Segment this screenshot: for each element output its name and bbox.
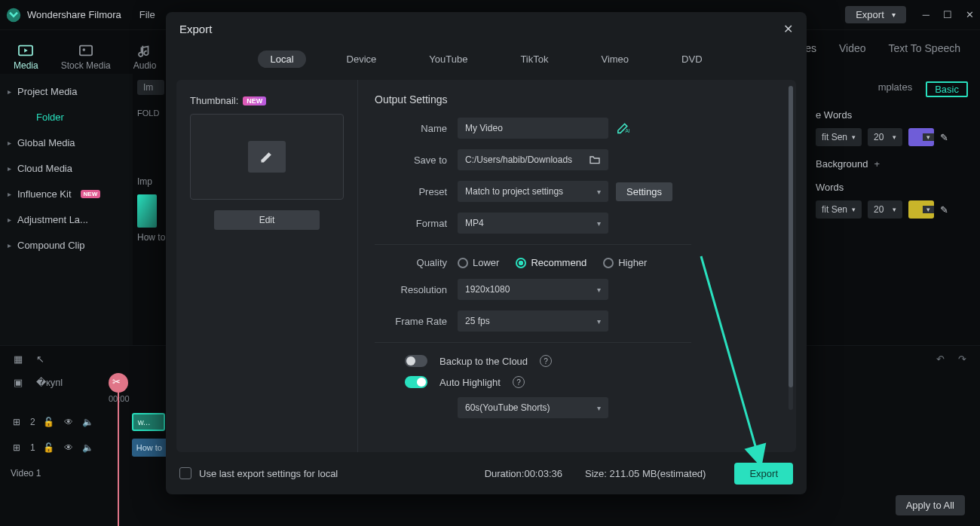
- eye-icon[interactable]: 👁: [63, 442, 75, 453]
- help-icon[interactable]: ?: [540, 355, 552, 367]
- menu-file[interactable]: File: [139, 9, 155, 20]
- backup-cloud-label: Backup to the Cloud: [439, 356, 528, 367]
- preset-label: Preset: [375, 186, 458, 197]
- font-select-2[interactable]: fit Sen▾: [816, 200, 862, 219]
- nav-stock-media[interactable]: Stock Media: [61, 44, 111, 71]
- quality-lower-radio[interactable]: Lower: [458, 257, 499, 268]
- color-swatch-1[interactable]: ▾: [908, 128, 934, 146]
- size-select-1[interactable]: 20▾: [868, 128, 902, 146]
- chevron-down-icon: ▾: [892, 11, 896, 19]
- export-dialog: Export ✕ Local Device YouTube TikTok Vim…: [166, 12, 807, 494]
- tab-tts[interactable]: Text To Speech: [889, 42, 960, 54]
- dialog-close-icon[interactable]: ✕: [783, 22, 793, 36]
- divider: [375, 244, 691, 245]
- eyedropper-icon-1[interactable]: ✎: [940, 132, 948, 143]
- folder-icon[interactable]: [589, 154, 601, 165]
- video-track-icon: ⊞: [11, 442, 23, 453]
- sidebar-folder[interactable]: Folder: [0, 104, 133, 130]
- sidebar-adjustment-layer[interactable]: ▸Adjustment La...: [0, 206, 133, 232]
- size-select-2[interactable]: 20▾: [868, 200, 902, 219]
- saveto-input[interactable]: C:/Users/habib/Downloads: [458, 149, 608, 170]
- thumb-1[interactable]: [137, 194, 157, 228]
- name-input[interactable]: My Video: [458, 118, 608, 139]
- tool-grid-icon[interactable]: ▦: [14, 353, 23, 365]
- ai-pencil-icon[interactable]: AI: [616, 122, 631, 134]
- export-button[interactable]: Export: [734, 463, 793, 485]
- tab-youtube[interactable]: YouTube: [417, 50, 479, 68]
- edit-thumbnail-button[interactable]: Edit: [214, 210, 320, 230]
- dialog-title: Export: [179, 23, 212, 35]
- tab-basic[interactable]: Basic: [926, 81, 968, 97]
- tab-templates-suffix[interactable]: mplates: [878, 81, 913, 97]
- tool-link-icon[interactable]: �купl: [36, 377, 63, 388]
- mute-icon[interactable]: 🔈: [82, 442, 94, 453]
- eye-icon[interactable]: 👁: [63, 417, 75, 427]
- tab-video[interactable]: Video: [839, 42, 866, 54]
- sidebar-project-media[interactable]: ▸Project Media: [0, 78, 133, 104]
- shorts-select[interactable]: 60s(YouTube Shorts)▾: [458, 397, 608, 418]
- clip-w[interactable]: w...: [132, 413, 165, 431]
- use-last-checkbox[interactable]: [179, 467, 191, 479]
- text-track-icon: ⊞: [11, 417, 23, 427]
- tab-dvd[interactable]: DVD: [669, 50, 714, 68]
- section-words-1: e Words: [816, 109, 968, 121]
- framerate-select[interactable]: 25 fps▾: [458, 310, 608, 332]
- resolution-select[interactable]: 1920x1080▾: [458, 279, 608, 300]
- sidebar-compound-clip[interactable]: ▸Compound Clip: [0, 232, 133, 258]
- output-settings: Output Settings Name My Video AI Save to…: [357, 80, 796, 452]
- format-label: Format: [375, 218, 458, 229]
- track-label: Video 1: [11, 468, 93, 479]
- app-title: Wondershare Filmora: [27, 9, 121, 20]
- backup-cloud-toggle[interactable]: [405, 355, 427, 367]
- quality-higher-radio[interactable]: Higher: [603, 257, 647, 268]
- auto-highlight-label: Auto Highlight: [439, 377, 501, 388]
- quality-label: Quality: [375, 257, 458, 268]
- new-badge: NEW: [243, 96, 266, 106]
- preset-select[interactable]: Match to project settings▾: [458, 181, 608, 202]
- mute-icon[interactable]: 🔈: [82, 417, 94, 427]
- help-icon[interactable]: ?: [513, 376, 525, 388]
- nav-media[interactable]: Media: [14, 44, 38, 71]
- import-chip[interactable]: Im: [137, 80, 164, 95]
- scrollbar[interactable]: [789, 86, 793, 410]
- tab-vimeo[interactable]: Vimeo: [589, 50, 641, 68]
- auto-highlight-toggle[interactable]: [405, 376, 427, 388]
- settings-button[interactable]: Settings: [616, 182, 672, 201]
- close-icon[interactable]: ✕: [966, 9, 974, 20]
- stock-icon: [78, 44, 94, 57]
- tab-tiktok[interactable]: TikTok: [508, 50, 560, 68]
- minimize-icon[interactable]: ─: [923, 9, 929, 20]
- svg-point-3: [82, 48, 85, 51]
- section-words-2: Words: [816, 182, 968, 193]
- thumb-label-2: How to: [137, 232, 169, 243]
- tool-marker-icon[interactable]: ▣: [14, 377, 23, 388]
- sidebar-influence-kit[interactable]: ▸Influence KitNEW: [0, 181, 133, 206]
- lock-icon[interactable]: 🔓: [43, 442, 55, 453]
- lock-icon[interactable]: 🔓: [43, 417, 55, 427]
- section-background: Background+: [816, 158, 968, 170]
- divider: [375, 342, 691, 343]
- apply-to-all-button[interactable]: Apply to All: [896, 495, 965, 515]
- tool-cursor-icon[interactable]: ↖: [36, 353, 44, 365]
- export-top-button[interactable]: Export ▾: [845, 6, 906, 23]
- export-tabs: Local Device YouTube TikTok Vimeo DVD: [166, 45, 807, 72]
- tab-local[interactable]: Local: [258, 50, 305, 68]
- redo-icon[interactable]: ↷: [958, 353, 966, 365]
- eyedropper-icon-2[interactable]: ✎: [940, 204, 948, 216]
- quality-recommend-radio[interactable]: Recommend: [516, 257, 586, 268]
- format-select[interactable]: MP4▾: [458, 213, 608, 234]
- svg-rect-2: [80, 46, 92, 56]
- framerate-label: Frame Rate: [375, 316, 458, 327]
- tab-es[interactable]: es: [805, 42, 816, 54]
- nav-audio[interactable]: Audio: [133, 44, 157, 71]
- undo-icon[interactable]: ↶: [936, 353, 945, 365]
- thumbnail-preview[interactable]: [190, 114, 344, 200]
- color-swatch-2[interactable]: ▾: [908, 200, 934, 219]
- sidebar-global-media[interactable]: ▸Global Media: [0, 130, 133, 155]
- audio-icon: [136, 44, 153, 57]
- playhead[interactable]: ✂: [118, 390, 119, 526]
- font-select-1[interactable]: fit Sen▾: [816, 128, 862, 146]
- sidebar-cloud-media[interactable]: ▸Cloud Media: [0, 155, 133, 181]
- tab-device[interactable]: Device: [335, 50, 389, 68]
- maximize-icon[interactable]: ☐: [943, 9, 952, 20]
